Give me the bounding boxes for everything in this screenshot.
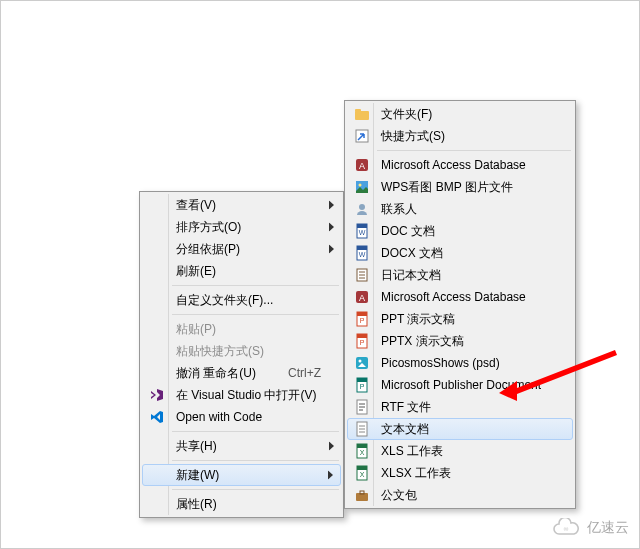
menu-item-label: 新建(W) [170,467,321,484]
xls-icon: X [349,462,375,484]
menu-item-paste-shortcut: 粘贴快捷方式(S) [142,340,341,362]
ppt-icon: P [349,330,375,352]
submenu-item[interactable]: WDOC 文档 [347,220,573,242]
txt-icon [349,419,375,439]
blank-icon [144,465,170,485]
submenu-item[interactable]: WPS看图 BMP 图片文件 [347,176,573,198]
svg-point-6 [359,184,362,187]
menu-item-label: 文本文档 [375,421,553,438]
submenu-item[interactable]: 公文包 [347,484,573,506]
menu-item-label: 分组依据(P) [170,241,321,258]
svg-rect-12 [357,246,367,250]
menu-item-open-with-code[interactable]: Open with Code [142,406,341,428]
menu-item-view[interactable]: 查看(V) [142,194,341,216]
new-submenu[interactable]: 文件夹(F)快捷方式(S)AMicrosoft Access DatabaseW… [344,100,576,509]
submenu-item[interactable]: 联系人 [347,198,573,220]
menu-item-label: 公文包 [375,487,553,504]
doc-icon: W [349,220,375,242]
menu-item-label: RTF 文件 [375,399,553,416]
submenu-item[interactable]: PPPTX 演示文稿 [347,330,573,352]
blank-icon [144,238,170,260]
submenu-item[interactable]: 快捷方式(S) [347,125,573,147]
svg-text:X: X [360,449,365,456]
svg-rect-26 [357,378,367,382]
journal-icon [349,264,375,286]
menu-item-new[interactable]: 新建(W) [142,464,341,486]
menu-item-label: 属性(R) [170,496,321,513]
chevron-right-icon [328,471,334,480]
svg-text:W: W [359,229,366,236]
submenu-item[interactable]: XXLSX 工作表 [347,462,573,484]
blank-icon [144,340,170,362]
svg-text:P: P [360,339,365,346]
menu-item-label: PPTX 演示文稿 [375,333,553,350]
menu-item-label: XLSX 工作表 [375,465,553,482]
submenu-item[interactable]: XXLS 工作表 [347,440,573,462]
menu-item-label: 共享(H) [170,438,321,455]
menu-item-label: 粘贴(P) [170,321,321,338]
watermark-text: 亿速云 [587,519,629,537]
submenu-item[interactable]: PicosmosShows (psd) [347,352,573,374]
submenu-item[interactable]: 日记本文档 [347,264,573,286]
svg-rect-0 [355,111,369,120]
svg-rect-31 [357,444,367,448]
menu-separator [377,150,571,151]
menu-item-label: Microsoft Access Database [375,290,553,304]
submenu-item[interactable]: RTF 文件 [347,396,573,418]
menu-item-label: Microsoft Publisher Document [375,378,553,392]
menu-item-refresh[interactable]: 刷新(E) [142,260,341,282]
menu-item-label: 刷新(E) [170,263,321,280]
chevron-right-icon [329,223,335,232]
menu-item-label: Open with Code [170,410,321,424]
menu-item-sort[interactable]: 排序方式(O) [142,216,341,238]
menu-item-label: 自定义文件夹(F)... [170,292,321,309]
menu-item-label: WPS看图 BMP 图片文件 [375,179,553,196]
svg-text:P: P [360,317,365,324]
desktop-context-menu[interactable]: 查看(V) 排序方式(O) 分组依据(P) 刷新(E) 自定义文件夹(F)...… [139,191,344,518]
watermark: ∞ 亿速云 [551,518,629,538]
submenu-item[interactable]: PPPT 演示文稿 [347,308,573,330]
svg-text:A: A [359,293,365,303]
submenu-item[interactable]: 文件夹(F) [347,103,573,125]
submenu-item[interactable]: PMicrosoft Publisher Document [347,374,573,396]
menu-separator [172,489,339,490]
doc-icon: W [349,242,375,264]
menu-item-label: 快捷方式(S) [375,128,553,145]
menu-item-label: 文件夹(F) [375,106,553,123]
xls-icon: X [349,440,375,462]
cloud-icon: ∞ [551,518,581,538]
svg-text:W: W [359,251,366,258]
svg-text:∞: ∞ [564,525,569,532]
menu-separator [172,285,339,286]
pub-icon: P [349,374,375,396]
submenu-item[interactable]: WDOCX 文档 [347,242,573,264]
menu-item-shortcut: Ctrl+Z [268,366,321,380]
access-icon: A [349,286,375,308]
menu-item-undo[interactable]: 撤消 重命名(U) Ctrl+Z [142,362,341,384]
bmp-icon [349,176,375,198]
svg-rect-9 [357,224,367,228]
chevron-right-icon [329,442,335,451]
blank-icon [144,216,170,238]
blank-icon [144,318,170,340]
chevron-right-icon [329,245,335,254]
svg-rect-1 [355,109,361,112]
menu-item-properties[interactable]: 属性(R) [142,493,341,515]
menu-item-label: DOC 文档 [375,223,553,240]
chevron-right-icon [329,201,335,210]
svg-text:P: P [360,383,365,390]
svg-point-7 [359,204,365,210]
menu-item-open-visual-studio[interactable]: 在 Visual Studio 中打开(V) [142,384,341,406]
menu-item-label: 查看(V) [170,197,321,214]
rtf-icon [349,396,375,418]
submenu-item[interactable]: AMicrosoft Access Database [347,154,573,176]
menu-item-customize-folder[interactable]: 自定义文件夹(F)... [142,289,341,311]
menu-item-share[interactable]: 共享(H) [142,435,341,457]
menu-item-label: 排序方式(O) [170,219,321,236]
submenu-item[interactable]: 文本文档 [347,418,573,440]
submenu-item[interactable]: AMicrosoft Access Database [347,286,573,308]
menu-item-group[interactable]: 分组依据(P) [142,238,341,260]
blank-icon [144,289,170,311]
menu-item-label: 撤消 重命名(U) [170,365,268,382]
svg-text:X: X [360,471,365,478]
